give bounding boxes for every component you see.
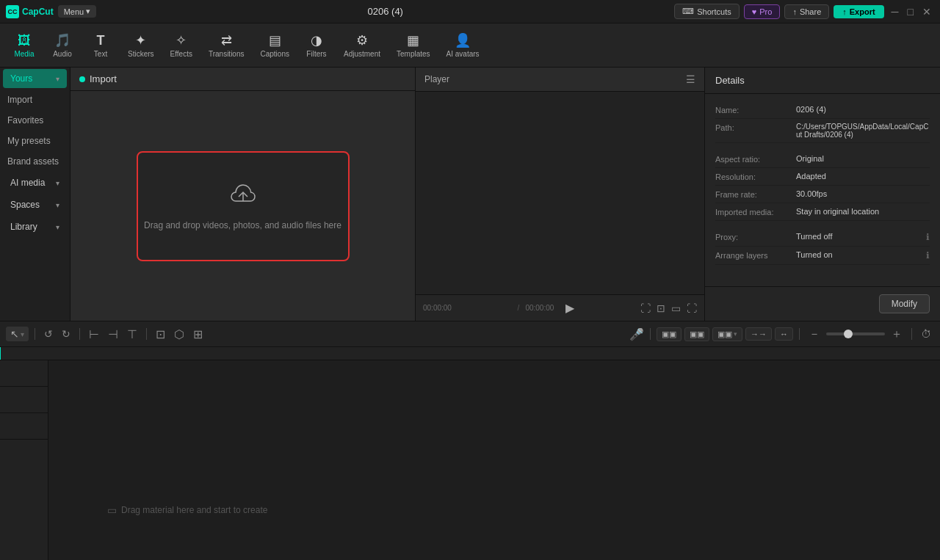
import-label: Import bbox=[90, 73, 117, 84]
sidebar-item-brand-assets[interactable]: Brand assets bbox=[0, 151, 70, 172]
play-button[interactable]: ▶ bbox=[565, 301, 574, 315]
templates-icon: ▦ bbox=[407, 32, 419, 48]
sidebar-item-my-presets[interactable]: My presets bbox=[0, 131, 70, 151]
detail-spacer-2 bbox=[715, 221, 930, 228]
info-icon-proxy[interactable]: ℹ bbox=[926, 232, 930, 242]
tool-templates[interactable]: ▦ Templates bbox=[389, 29, 438, 61]
microphone-button[interactable]: 🎤 bbox=[629, 327, 644, 341]
expand-icon[interactable]: ⛶ bbox=[687, 302, 697, 314]
tool-media[interactable]: 🖼 Media bbox=[6, 30, 43, 61]
player-controls: 00:00:00 / 00:00:00 ▶ ⛶ ⊡ ▭ ⛶ bbox=[416, 294, 704, 321]
sidebar-item-spaces[interactable]: Spaces ▾ bbox=[3, 195, 67, 214]
media-panel-content: Drag and drop videos, photos, and audio … bbox=[70, 91, 415, 321]
title-bar: CC CapCut Menu ▾ 0206 (4) ⌨ Shortcuts ♥ … bbox=[0, 0, 940, 23]
split-left-button[interactable]: ⊢ bbox=[86, 326, 102, 343]
fullscreen-icon[interactable]: ⛶ bbox=[640, 302, 651, 314]
chevron-down-icon-spaces: ▾ bbox=[56, 201, 59, 209]
details-header: Details bbox=[705, 68, 940, 94]
export-button[interactable]: ↑ Export bbox=[834, 5, 883, 18]
sidebar-item-favorites[interactable]: Favorites bbox=[0, 110, 70, 131]
tl-btn-group-2[interactable]: ▣▣ bbox=[684, 327, 709, 341]
crop-icon[interactable]: ▭ bbox=[671, 302, 681, 314]
select-arrow-icon: ↖ bbox=[10, 328, 19, 340]
timeline-tracks: ▭ Drag material here and start to create bbox=[0, 360, 940, 560]
player-menu-icon[interactable]: ☰ bbox=[686, 73, 695, 85]
info-icon-arrange[interactable]: ℹ bbox=[926, 250, 930, 261]
crop-button[interactable]: ⊡ bbox=[153, 326, 168, 343]
detail-row-path: Path: C:/Users/TOPGUS/AppData/Local/CapC… bbox=[715, 119, 930, 143]
detail-label-framerate: Frame rate: bbox=[715, 189, 796, 199]
drop-zone[interactable]: Drag and drop videos, photos, and audio … bbox=[137, 151, 350, 261]
tool-ai-avatars-label: AI avatars bbox=[446, 50, 480, 58]
transitions-icon: ⇄ bbox=[221, 32, 232, 48]
media-panel: Import Drag and drop videos, photos, and… bbox=[70, 68, 416, 321]
tool-text[interactable]: T Text bbox=[82, 30, 119, 61]
placeholder-icon: ▭ bbox=[107, 504, 117, 516]
bottom-area: ↖ ▾ ↺ ↻ ⊢ ⊣ ⊤ ⊡ ⬡ ⊞ 🎤 ▣▣ ▣▣ ▣▣ ▾ →→ ↔ － bbox=[0, 321, 940, 560]
detail-row-name: Name: 0206 (4) bbox=[715, 101, 930, 119]
tl-divider-r3 bbox=[911, 328, 912, 340]
group3-icon: ▣▣ bbox=[717, 330, 732, 339]
select-tool-group[interactable]: ↖ ▾ bbox=[6, 327, 29, 341]
tool-audio[interactable]: 🎵 Audio bbox=[44, 29, 81, 61]
details-panel: Details Name: 0206 (4) Path: C:/Users/TO… bbox=[705, 68, 940, 321]
tool-adjustment[interactable]: ⚙ Adjustment bbox=[336, 29, 388, 61]
tool-adjustment-label: Adjustment bbox=[344, 50, 380, 58]
media-panel-header: Import bbox=[70, 68, 415, 91]
capcut-logo: CC CapCut bbox=[6, 5, 54, 18]
sidebar-item-import[interactable]: Import bbox=[0, 90, 70, 110]
tl-divider-2 bbox=[79, 328, 80, 340]
zoom-thumb bbox=[844, 330, 853, 338]
sidebar-item-ai-media[interactable]: AI media ▾ bbox=[3, 173, 67, 192]
shortcuts-button[interactable]: ⌨ Shortcuts bbox=[674, 4, 739, 19]
maximize-button[interactable]: □ bbox=[905, 6, 916, 18]
track-label-row-3 bbox=[0, 413, 48, 440]
menu-button[interactable]: Menu ▾ bbox=[58, 5, 97, 18]
player-right-icons: ⛶ ⊡ ▭ ⛶ bbox=[640, 302, 697, 314]
detail-row-resolution: Resolution: Adapted bbox=[715, 168, 930, 186]
split-center-button[interactable]: ⊤ bbox=[124, 326, 140, 343]
zoom-out-button[interactable]: － bbox=[806, 325, 823, 343]
tool-filters[interactable]: ◑ Filters bbox=[298, 29, 335, 61]
split-right-button[interactable]: ⊣ bbox=[105, 326, 121, 343]
window-title: 0206 (4) bbox=[368, 6, 403, 17]
tool-stickers-label: Stickers bbox=[128, 50, 154, 58]
clip-button[interactable]: ⊞ bbox=[190, 326, 206, 343]
undo-button[interactable]: ↺ bbox=[41, 327, 56, 341]
chevron-down-icon-library: ▾ bbox=[56, 223, 59, 231]
detail-row-imported-media: Imported media: Stay in original locatio… bbox=[715, 203, 930, 221]
minimize-button[interactable]: ─ bbox=[889, 6, 902, 18]
close-button[interactable]: ✕ bbox=[919, 6, 934, 18]
sidebar-item-library[interactable]: Library ▾ bbox=[3, 217, 67, 236]
fit-screen-icon[interactable]: ⊡ bbox=[657, 302, 665, 314]
tool-captions[interactable]: ▤ Captions bbox=[253, 29, 297, 61]
tl-btn-arrow[interactable]: →→ bbox=[745, 327, 772, 341]
text-icon: T bbox=[97, 33, 105, 48]
tl-btn-group-1[interactable]: ▣▣ bbox=[657, 327, 682, 341]
tool-transitions[interactable]: ⇄ Transitions bbox=[201, 29, 252, 61]
timer-button[interactable]: ⏱ bbox=[918, 327, 934, 341]
zoom-in-button[interactable]: ＋ bbox=[888, 325, 905, 343]
detail-row-framerate: Frame rate: 30.00fps bbox=[715, 186, 930, 203]
keyboard-icon: ⌨ bbox=[682, 7, 694, 16]
player-time-separator: / bbox=[518, 304, 520, 312]
tool-templates-label: Templates bbox=[397, 50, 430, 58]
tool-stickers[interactable]: ✦ Stickers bbox=[120, 29, 162, 61]
tl-btn-expand[interactable]: ↔ bbox=[775, 327, 793, 341]
shield-button[interactable]: ⬡ bbox=[171, 326, 187, 343]
tool-ai-avatars[interactable]: 👤 AI avatars bbox=[439, 29, 487, 61]
sidebar: Yours ▾ Import Favorites My presets Bran… bbox=[0, 68, 70, 321]
timeline-ruler bbox=[0, 347, 940, 360]
redo-button[interactable]: ↻ bbox=[59, 327, 73, 341]
main-area: Yours ▾ Import Favorites My presets Bran… bbox=[0, 68, 940, 321]
tl-btn-group-3[interactable]: ▣▣ ▾ bbox=[712, 327, 742, 341]
pro-button[interactable]: ♥ Pro bbox=[744, 4, 781, 19]
detail-value-name: 0206 (4) bbox=[796, 105, 930, 114]
modify-button[interactable]: Modify bbox=[879, 294, 930, 313]
zoom-slider[interactable] bbox=[826, 332, 885, 335]
sidebar-item-yours[interactable]: Yours ▾ bbox=[3, 69, 67, 88]
sidebar-spaces-label: Spaces bbox=[10, 200, 40, 210]
tool-effects[interactable]: ✧ Effects bbox=[163, 29, 200, 61]
detail-value-path: C:/Users/TOPGUS/AppData/Local/CapCut Dra… bbox=[796, 123, 930, 139]
share-button[interactable]: ↑ Share bbox=[784, 4, 829, 19]
